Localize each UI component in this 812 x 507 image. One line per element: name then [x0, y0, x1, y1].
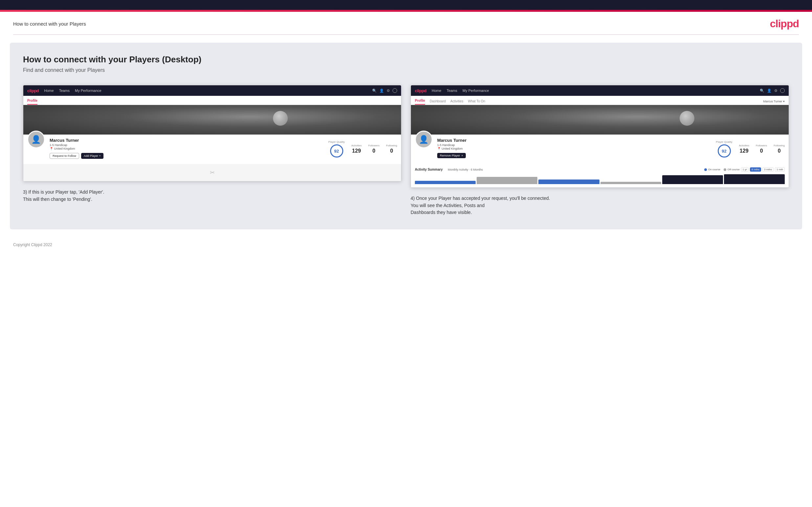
top-bar	[0, 0, 812, 10]
tab-what-to-on[interactable]: What To On	[468, 100, 486, 105]
right-stats-area: Player Quality 92 Activities 129 Followe…	[716, 137, 785, 158]
right-mockup: clippd Home Teams My Performance 🔍 👤 ⚙ P…	[411, 85, 789, 188]
left-activities-group: Activities 129	[351, 144, 362, 154]
left-player-name: Marcus Turner	[50, 138, 324, 143]
left-screenshot-column: clippd Home Teams My Performance 🔍 👤 ⚙ P…	[23, 85, 401, 216]
left-nav-logo: clippd	[27, 88, 39, 93]
left-avatar: 👤	[27, 130, 45, 148]
right-following-value: 0	[773, 148, 785, 154]
scissors-icon: ✂	[210, 169, 215, 176]
add-player-button[interactable]: Add Player +	[81, 153, 103, 159]
bar-4	[601, 182, 661, 184]
left-player-location: 📍 United Kingdom	[50, 147, 324, 150]
right-following-group: Following 0	[773, 144, 785, 154]
search-icon[interactable]: 🔍	[372, 89, 377, 93]
avatar-person-icon: 👤	[31, 135, 41, 144]
right-nav: clippd Home Teams My Performance 🔍 👤 ⚙	[411, 85, 789, 96]
location-pin-icon: 📍	[50, 147, 53, 150]
tab-dashboard[interactable]: Dashboard	[429, 100, 446, 105]
copyright-text: Copyright Clippd 2022	[13, 242, 52, 247]
bar-6	[724, 174, 785, 184]
right-followers-label: Followers	[756, 144, 767, 147]
right-quality-group: Player Quality 92	[716, 140, 732, 158]
footer: Copyright Clippd 2022	[0, 237, 812, 252]
bar-2	[476, 177, 538, 184]
right-screenshot-column: clippd Home Teams My Performance 🔍 👤 ⚙ P…	[411, 85, 789, 216]
right-player-handicap: 1-5 Handicap	[437, 144, 711, 147]
period-3mths-button[interactable]: 3 mths	[762, 167, 773, 172]
left-following-label: Following	[386, 144, 397, 147]
tab-activities[interactable]: Activities	[450, 100, 463, 105]
off-course-legend-label: Off course	[727, 168, 740, 171]
right-quality-circle: 92	[718, 145, 731, 158]
right-nav-performance[interactable]: My Performance	[462, 89, 489, 93]
main-title: How to connect with your Players (Deskto…	[23, 54, 789, 65]
left-banner	[23, 105, 401, 134]
right-profile-info: Marcus Turner 1-5 Handicap 📍 United King…	[437, 137, 711, 158]
right-nav-logo: clippd	[415, 88, 426, 93]
right-profile-area: 👤 Marcus Turner 1-5 Handicap 📍 United Ki…	[411, 134, 789, 164]
right-user-icon[interactable]: 👤	[767, 89, 772, 93]
player-selector[interactable]: Marcus Turner ▾	[763, 100, 785, 105]
right-activities-group: Activities 129	[739, 144, 749, 154]
right-search-icon[interactable]: 🔍	[760, 89, 764, 93]
clippd-logo: clippd	[770, 18, 799, 30]
remove-player-button[interactable]: Remove Player ×	[437, 153, 466, 158]
activity-bars	[415, 174, 785, 184]
period-1yr-button[interactable]: 1 yr	[741, 167, 749, 172]
activity-summary-header: Activity Summary Monthly Activity · 6 Mo…	[415, 167, 785, 172]
banner-circle	[273, 111, 288, 126]
left-action-buttons: Request to Follow Add Player +	[50, 153, 324, 159]
user-icon[interactable]: 👤	[379, 89, 384, 93]
left-mockup: clippd Home Teams My Performance 🔍 👤 ⚙ P…	[23, 85, 401, 181]
left-following-group: Following 0	[386, 144, 397, 154]
left-nav-icons: 🔍 👤 ⚙	[372, 88, 397, 93]
settings-icon[interactable]: ⚙	[387, 89, 390, 93]
right-nav-home[interactable]: Home	[432, 89, 441, 93]
left-profile-info: Marcus Turner 1-5 Handicap 📍 United King…	[50, 137, 324, 159]
left-quality-group: Player Quality 92	[328, 140, 345, 158]
right-followers-group: Followers 0	[756, 144, 767, 154]
right-location-pin-icon: 📍	[437, 147, 441, 150]
screenshots-row: clippd Home Teams My Performance 🔍 👤 ⚙ P…	[23, 85, 789, 216]
left-mockup-bottom: ✂	[23, 164, 401, 181]
left-tabs: Profile	[23, 96, 401, 105]
right-avatar-nav[interactable]	[780, 88, 785, 93]
main-content: How to connect with your Players (Deskto…	[10, 43, 802, 229]
left-nav-teams[interactable]: Teams	[59, 89, 70, 93]
left-quality-circle: 92	[330, 145, 343, 158]
activity-summary: Activity Summary Monthly Activity · 6 Mo…	[411, 164, 789, 187]
request-to-follow-button[interactable]: Request to Follow	[50, 153, 79, 159]
main-subtitle: Find and connect with your Players	[23, 67, 789, 73]
right-activities-value: 129	[739, 148, 749, 154]
left-quality-label: Player Quality	[328, 140, 345, 144]
right-player-location: 📍 United Kingdom	[437, 147, 711, 150]
left-nav-performance[interactable]: My Performance	[75, 89, 101, 93]
header-divider	[13, 35, 799, 35]
left-player-handicap: 1-5 Handicap	[50, 144, 324, 147]
left-stats-area: Player Quality 92 Activities 129 Followe…	[328, 137, 397, 158]
right-nav-teams[interactable]: Teams	[447, 89, 457, 93]
left-activities-value: 129	[351, 148, 362, 154]
period-6mths-button[interactable]: 6 mths	[750, 167, 761, 172]
right-banner-bg	[411, 105, 789, 134]
right-quality-label: Player Quality	[716, 140, 732, 144]
right-settings-icon[interactable]: ⚙	[774, 89, 777, 93]
right-tabs-row: Profile Dashboard Activities What To On …	[411, 96, 789, 105]
avatar-nav[interactable]	[393, 88, 397, 93]
breadcrumb: How to connect with your Players	[13, 21, 86, 26]
bar-5	[662, 175, 723, 184]
left-following-value: 0	[386, 148, 397, 154]
right-followers-value: 0	[756, 148, 767, 154]
tab-profile-right[interactable]: Profile	[415, 99, 425, 105]
period-1mth-button[interactable]: 1 mth	[775, 167, 785, 172]
tab-profile-left[interactable]: Profile	[27, 99, 38, 105]
right-banner	[411, 105, 789, 134]
right-player-name: Marcus Turner	[437, 138, 711, 143]
right-action-buttons: Remove Player ×	[437, 153, 711, 158]
bar-1	[415, 181, 476, 184]
activity-summary-title: Activity Summary	[415, 168, 443, 171]
left-nav-home[interactable]: Home	[44, 89, 54, 93]
right-nav-icons: 🔍 👤 ⚙	[760, 88, 785, 93]
right-banner-circle	[679, 111, 695, 126]
